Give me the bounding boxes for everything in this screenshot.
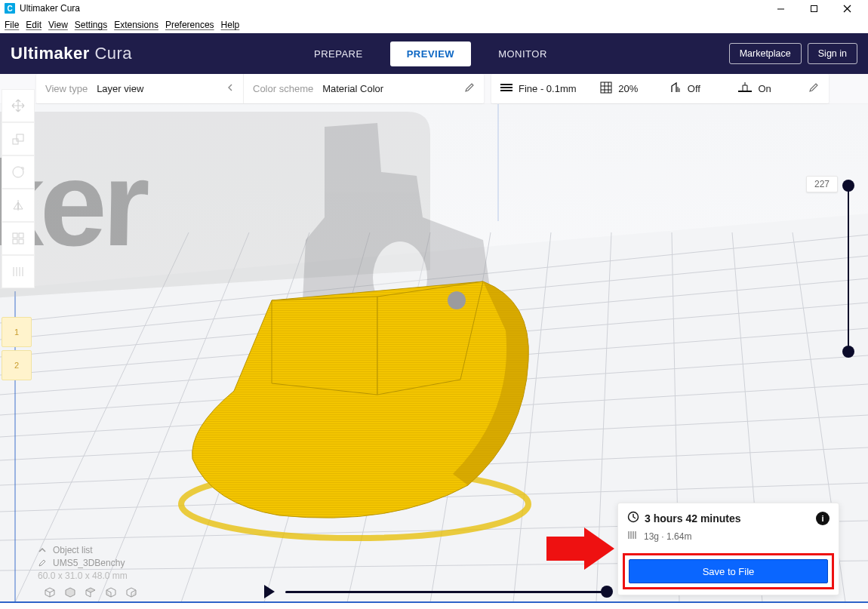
infill-icon — [600, 82, 612, 96]
tab-prepare[interactable]: PREPARE — [297, 42, 380, 66]
settings-bar: View type Layer view Color scheme Materi… — [0, 74, 868, 104]
titlebar: C Ultimaker Cura — [0, 0, 868, 17]
tool-rotate[interactable] — [2, 155, 35, 189]
svg-rect-7 — [601, 82, 611, 93]
clock-icon — [627, 511, 639, 525]
svg-point-46 — [448, 291, 466, 309]
layer-slider-value[interactable]: 227 — [806, 176, 838, 192]
menu-extensions[interactable]: Extensions — [114, 20, 159, 30]
window-title: Ultimaker Cura — [20, 3, 80, 14]
app-icon: C — [5, 3, 15, 14]
menu-preferences[interactable]: Preferences — [165, 20, 214, 30]
support-icon — [669, 82, 682, 96]
view-top-icon[interactable] — [85, 586, 97, 601]
infill-value: 20% — [618, 83, 638, 94]
print-time: 3 hours 42 minutes — [645, 512, 741, 524]
menu-file[interactable]: File — [5, 20, 19, 30]
signin-button[interactable]: Sign in — [808, 43, 857, 64]
view-icons — [44, 586, 137, 601]
object-list-item[interactable]: UMS5_3DBenchy — [38, 558, 128, 568]
svg-point-50 — [13, 167, 23, 177]
layer-slider[interactable]: 227 — [842, 183, 854, 355]
simulation-timeline[interactable] — [264, 585, 611, 598]
window-close[interactable] — [830, 0, 863, 17]
output-panel: 3 hours 42 minutes i 13g · 1.64m Save to… — [617, 503, 839, 595]
tool-support-blocker[interactable] — [2, 255, 35, 288]
header: Ultimaker Cura PREPARE PREVIEW MONITOR M… — [0, 33, 868, 74]
tool-move[interactable] — [2, 89, 35, 122]
object-dims: 60.0 x 31.0 x 48.0 mm — [38, 571, 128, 581]
svg-rect-1 — [811, 5, 817, 11]
tool-scale[interactable] — [2, 122, 35, 155]
view-panel: View type Layer view Color scheme Materi… — [36, 74, 484, 103]
svg-rect-54 — [19, 239, 23, 244]
layer-height-icon — [500, 82, 512, 95]
tool-mirror[interactable] — [2, 189, 35, 222]
object-name: UMS5_3DBenchy — [53, 558, 125, 568]
view-type-value[interactable]: Layer view — [97, 83, 143, 94]
annotation-arrow — [546, 527, 614, 570]
pencil-icon[interactable] — [464, 82, 475, 95]
menubar: File Edit View Settings Extensions Prefe… — [0, 17, 868, 33]
tab-preview[interactable]: PREVIEW — [390, 42, 471, 66]
layer-slider-bottom-thumb[interactable] — [842, 346, 854, 358]
profile-value: Fine - 0.1mm — [519, 83, 577, 94]
tab-monitor[interactable]: MONITOR — [482, 42, 564, 66]
timeline-track[interactable] — [285, 591, 611, 593]
extruder-1[interactable]: 1 — [2, 317, 32, 347]
menu-edit[interactable]: Edit — [26, 20, 42, 30]
window-minimize[interactable] — [764, 0, 797, 17]
view-type-label: View type — [45, 83, 88, 94]
timeline-thumb[interactable] — [601, 586, 613, 598]
info-icon[interactable]: i — [816, 512, 830, 525]
material-icon — [627, 530, 638, 543]
left-toolbar — [2, 89, 35, 288]
view-front-icon[interactable] — [64, 586, 76, 601]
menu-settings[interactable]: Settings — [75, 20, 107, 30]
window-maximize[interactable] — [797, 0, 830, 17]
adhesion-icon — [738, 82, 752, 95]
logo-bold: Ultimaker — [11, 44, 90, 63]
material-estimate: 13g · 1.64m — [644, 531, 691, 542]
object-list-title: Object list — [53, 545, 93, 555]
adhesion-value: On — [758, 83, 771, 94]
object-list-header[interactable]: Object list — [38, 545, 128, 555]
svg-rect-53 — [13, 239, 17, 244]
play-icon[interactable] — [264, 585, 275, 598]
color-scheme-label: Color scheme — [253, 83, 313, 94]
extruder-2[interactable]: 2 — [2, 350, 32, 380]
pencil-icon[interactable] — [808, 82, 819, 95]
support-value: Off — [688, 83, 700, 94]
save-highlight: Save to File — [623, 553, 834, 589]
tool-per-model[interactable] — [2, 222, 35, 255]
print-settings-panel[interactable]: Fine - 0.1mm 20% Off On — [491, 74, 829, 103]
view-left-icon[interactable] — [105, 586, 117, 601]
svg-rect-49 — [17, 134, 23, 141]
marketplace-button[interactable]: Marketplace — [729, 43, 802, 64]
menu-view[interactable]: View — [48, 20, 68, 30]
logo: Ultimaker Cura — [11, 44, 132, 63]
object-list: Object list UMS5_3DBenchy 60.0 x 31.0 x … — [38, 545, 128, 583]
chevron-left-icon[interactable] — [226, 83, 234, 94]
logo-thin: Cura — [94, 44, 132, 63]
save-to-file-button[interactable]: Save to File — [629, 559, 828, 583]
svg-rect-51 — [13, 233, 17, 238]
svg-rect-52 — [19, 233, 23, 238]
view-3d-icon[interactable] — [44, 586, 56, 601]
color-scheme-value[interactable]: Material Color — [322, 83, 383, 94]
extruder-tags: 1 2 — [2, 317, 32, 380]
menu-help[interactable]: Help — [221, 20, 240, 30]
view-right-icon[interactable] — [125, 586, 137, 601]
layer-slider-top-thumb[interactable] — [842, 180, 854, 192]
svg-marker-64 — [546, 527, 614, 570]
